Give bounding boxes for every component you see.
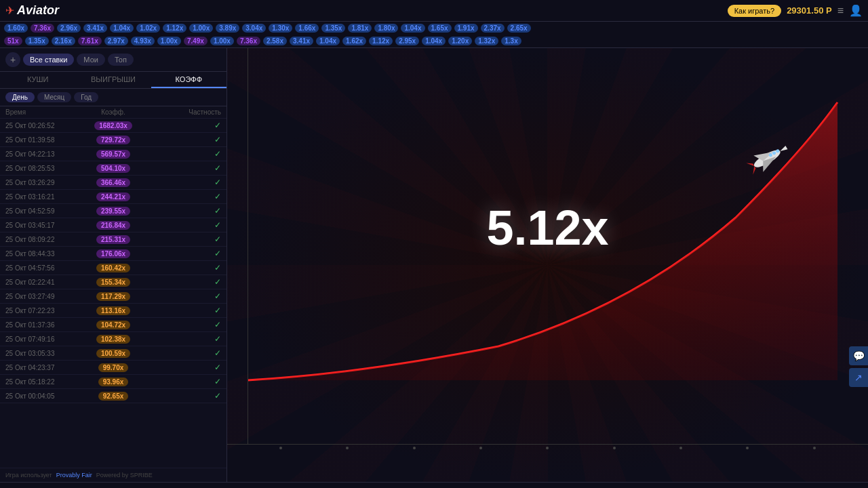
history-check: ✓ <box>149 320 221 329</box>
x-axis-dots <box>227 447 868 449</box>
time-tab-day[interactable]: День <box>5 92 35 102</box>
table-row: 25 Окт 03:45:17 216.84x ✓ <box>0 218 226 232</box>
logo-text: Aviator <box>17 3 59 18</box>
mult-badge: 1.60x <box>4 24 28 33</box>
mult-badge: 1.04x <box>401 24 425 33</box>
history-coeff: 155.34x <box>77 277 149 287</box>
history-check: ✓ <box>149 178 221 187</box>
mult-badge: 1.12x <box>369 37 393 45</box>
check-icon: ✓ <box>214 206 221 216</box>
footer-text: Игра использует <box>5 472 52 479</box>
history-check: ✓ <box>149 277 221 287</box>
history-coeff: 176.06x <box>77 249 149 258</box>
table-row: 25 Окт 05:18:22 93.96x ✓ <box>0 375 226 389</box>
x-axis-dot <box>813 447 816 449</box>
mult-badge: 3.89x <box>216 24 239 33</box>
mult-badge: 2.16x <box>52 37 75 45</box>
mult-badge: 1.91x <box>454 24 478 33</box>
history-time: 25 Окт 03:16:21 <box>5 193 77 201</box>
history-time: 25 Окт 08:25:53 <box>5 165 77 172</box>
stat-tab-coeff[interactable]: КОЭФФ <box>151 72 226 88</box>
menu-icon[interactable]: ≡ <box>837 5 844 17</box>
multiplier-row-2: 51x1.35x2.16x7.61x2.97x4.93x1.00x7.49x1.… <box>0 35 868 47</box>
x-axis-dot <box>479 447 482 449</box>
tab-all-bets[interactable]: Все ставки <box>23 54 74 66</box>
x-axis <box>227 444 868 445</box>
mult-badge: 7.36x <box>31 24 54 33</box>
history-time: 25 Окт 01:37:36 <box>5 321 77 329</box>
mult-badge: 1.02x <box>136 24 160 33</box>
balance-display: 29301.50 P <box>787 5 832 16</box>
history-time: 25 Окт 04:57:56 <box>5 264 77 272</box>
how-to-play-button[interactable]: Как играть? <box>728 5 781 17</box>
history-check: ✓ <box>149 135 221 144</box>
mult-badge: 1.35x <box>25 37 49 45</box>
history-check: ✓ <box>149 149 221 159</box>
history-check: ✓ <box>149 192 221 201</box>
history-coeff: 504.10x <box>77 163 149 173</box>
coeff-badge: 160.42x <box>96 264 130 272</box>
check-icon: ✓ <box>214 306 221 315</box>
mult-badge: 1.00x <box>189 24 213 33</box>
logo-plane-icon: ✈ <box>5 4 14 17</box>
table-row: 25 Окт 03:05:33 100.59x ✓ <box>0 346 226 361</box>
user-icon[interactable]: 👤 <box>849 4 863 17</box>
svg-marker-2 <box>746 160 754 169</box>
coeff-badge: 366.46x <box>96 178 130 187</box>
history-time: 25 Окт 03:05:33 <box>5 350 77 357</box>
x-axis-dot <box>546 447 549 449</box>
share-button[interactable]: ↗ <box>849 368 868 387</box>
mult-badge: 1.35x <box>321 24 345 33</box>
sidebar-tabs: + Все ставки Мои Топ <box>0 48 226 72</box>
coeff-badge: 102.38x <box>96 335 130 344</box>
history-time: 25 Окт 07:49:16 <box>5 336 77 343</box>
tab-my-bets[interactable]: Мои <box>77 54 105 66</box>
coeff-badge: 99.70x <box>98 363 129 372</box>
mult-badge: 1.66x <box>295 24 319 33</box>
x-axis-dot <box>346 447 349 449</box>
chat-button[interactable]: 💬 <box>849 346 868 365</box>
table-row: 25 Окт 08:25:53 504.10x ✓ <box>0 161 226 176</box>
mult-badge: 2.97x <box>104 37 128 45</box>
history-coeff: 215.31x <box>77 235 149 244</box>
time-tab-year[interactable]: Год <box>74 92 98 102</box>
multiplier-row-1: 1.60x7.36x2.96x3.41x1.04x1.02x1.12x1.00x… <box>0 22 868 35</box>
table-row: 25 Окт 04:57:56 160.42x ✓ <box>0 261 226 275</box>
tab-top-bets[interactable]: Топ <box>108 54 134 66</box>
history-time: 25 Окт 05:18:22 <box>5 378 77 386</box>
powered-by: Powered by SPRIBE <box>96 472 153 479</box>
sidebar-plus-button[interactable]: + <box>5 52 20 67</box>
history-coeff: 104.72x <box>77 320 149 329</box>
stat-tabs: КУШИ ВЫИГРЫШИ КОЭФФ <box>0 72 226 89</box>
history-check: ✓ <box>149 348 221 358</box>
coeff-badge: 504.10x <box>96 164 130 173</box>
stat-tab-kushi[interactable]: КУШИ <box>0 72 75 88</box>
coeff-badge: 155.34x <box>96 278 130 287</box>
history-time: 25 Окт 00:04:05 <box>5 392 77 400</box>
table-row: 25 Окт 03:26:29 366.46x ✓ <box>0 176 226 190</box>
history-coeff: 244.21x <box>77 192 149 201</box>
history-check: ✓ <box>149 391 221 401</box>
history-time: 25 Окт 04:52:59 <box>5 207 77 215</box>
time-tab-month[interactable]: Месяц <box>37 92 71 102</box>
mult-badge: 1.04x <box>422 37 446 45</box>
sidebar: + Все ставки Мои Топ КУШИ ВЫИГРЫШИ КОЭФФ… <box>0 48 227 482</box>
history-coeff: 160.42x <box>77 263 149 272</box>
stat-tab-wins[interactable]: ВЫИГРЫШИ <box>75 72 151 88</box>
history-time: 25 Окт 02:22:41 <box>5 279 77 286</box>
history-time: 25 Окт 07:22:23 <box>5 307 77 314</box>
mult-badge: 1.62x <box>342 37 366 45</box>
provably-fair-link[interactable]: Provably Fair <box>56 472 92 479</box>
x-axis-dot <box>613 447 616 449</box>
header-right: Как играть? 29301.50 P ≡ 👤 <box>728 4 863 17</box>
history-time: 25 Окт 04:22:13 <box>5 150 77 158</box>
history-coeff: 239.55x <box>77 206 149 216</box>
history-coeff: 102.38x <box>77 334 149 344</box>
time-tabs: День Месяц Год <box>0 89 226 106</box>
check-icon: ✓ <box>214 121 221 130</box>
coeff-badge: 104.72x <box>96 321 130 329</box>
history-coeff: 1682.03x <box>77 121 149 130</box>
y-axis <box>248 48 248 445</box>
history-time: 25 Окт 03:45:17 <box>5 222 77 229</box>
history-coeff: 216.84x <box>77 220 149 230</box>
